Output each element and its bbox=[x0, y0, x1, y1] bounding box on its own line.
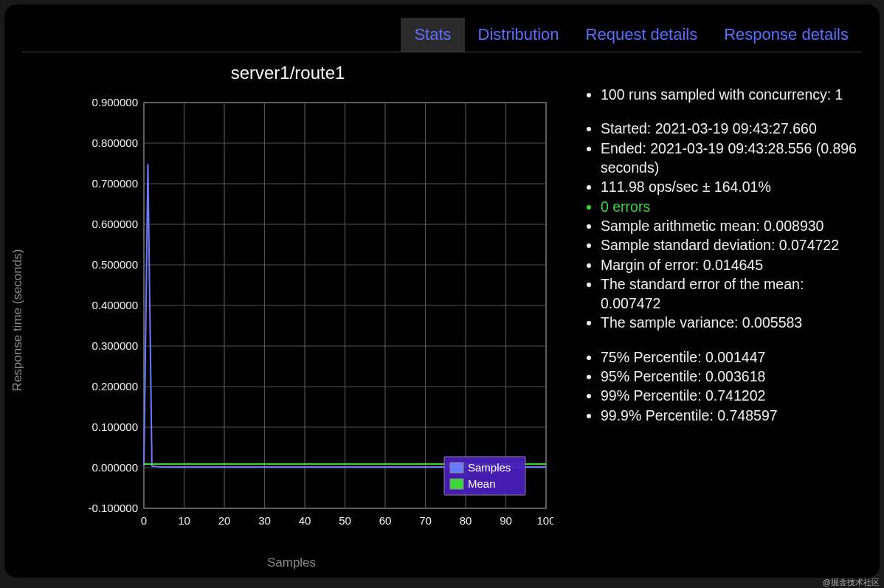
stat-ops: 111.98 ops/sec ± 164.01% bbox=[601, 177, 862, 196]
svg-text:40: 40 bbox=[299, 514, 311, 527]
svg-text:0.600000: 0.600000 bbox=[91, 218, 138, 230]
svg-text:50: 50 bbox=[339, 514, 351, 527]
stat-variance: The sample variance: 0.005583 bbox=[601, 313, 862, 332]
spacer bbox=[601, 333, 862, 347]
chart-title: server1/route1 bbox=[22, 63, 553, 83]
svg-text:100: 100 bbox=[536, 514, 553, 527]
legend: Samples Mean bbox=[444, 457, 525, 495]
tab-distribution[interactable]: Distribution bbox=[465, 18, 573, 52]
chart-area: server1/route1 Response time (seconds) -… bbox=[22, 58, 553, 564]
svg-text:80: 80 bbox=[460, 514, 472, 527]
svg-text:20: 20 bbox=[218, 514, 231, 527]
watermark: @掘金技术社区 bbox=[823, 577, 880, 588]
grid bbox=[144, 103, 546, 508]
y-axis-label: Response time (seconds) bbox=[10, 249, 25, 392]
svg-rect-46 bbox=[450, 463, 463, 473]
content-row: server1/route1 Response time (seconds) -… bbox=[22, 58, 862, 564]
stat-sem: The standard error of the mean: 0.007472 bbox=[601, 274, 862, 314]
spacer bbox=[601, 104, 862, 119]
stat-mean: Sample arithmetic mean: 0.008930 bbox=[601, 216, 862, 235]
svg-text:0.700000: 0.700000 bbox=[91, 177, 138, 190]
tab-stats[interactable]: Stats bbox=[401, 18, 464, 52]
stat-p75: 75% Percentile: 0.001447 bbox=[601, 347, 862, 367]
legend-samples-label: Samples bbox=[468, 461, 511, 474]
svg-text:0.200000: 0.200000 bbox=[91, 380, 138, 392]
y-ticks: -0.1000000.0000000.1000000.2000000.30000… bbox=[88, 96, 138, 514]
stat-p95: 95% Percentile: 0.003618 bbox=[601, 367, 862, 386]
svg-text:0.800000: 0.800000 bbox=[91, 136, 138, 149]
tab-request-details[interactable]: Request details bbox=[573, 18, 711, 52]
svg-text:0.100000: 0.100000 bbox=[91, 421, 138, 433]
x-ticks: 0102030405060708090100 bbox=[141, 514, 553, 527]
svg-text:70: 70 bbox=[419, 514, 432, 527]
stat-stddev: Sample standard deviation: 0.074722 bbox=[601, 235, 862, 255]
svg-text:0.000000: 0.000000 bbox=[91, 461, 138, 474]
stat-p99: 99% Percentile: 0.741202 bbox=[601, 386, 862, 405]
svg-rect-47 bbox=[450, 479, 463, 489]
stats-list: 100 runs sampled with concurrency: 1 Sta… bbox=[553, 58, 862, 425]
svg-text:0.900000: 0.900000 bbox=[91, 96, 138, 108]
svg-text:0: 0 bbox=[141, 514, 147, 527]
svg-text:0.400000: 0.400000 bbox=[91, 299, 138, 311]
stat-ended: Ended: 2021-03-19 09:43:28.556 (0.896 se… bbox=[601, 139, 862, 178]
svg-text:-0.100000: -0.100000 bbox=[88, 502, 138, 514]
svg-text:60: 60 bbox=[379, 514, 392, 527]
svg-text:0.300000: 0.300000 bbox=[91, 339, 138, 352]
svg-text:90: 90 bbox=[500, 514, 512, 527]
main-panel: Stats Distribution Request details Respo… bbox=[4, 4, 880, 578]
x-axis-label: Samples bbox=[267, 556, 316, 570]
plot-holder: Response time (seconds) -0.1000000.00000… bbox=[30, 95, 553, 545]
stat-moe: Margin of error: 0.014645 bbox=[601, 255, 862, 274]
stat-p999: 99.9% Percentile: 0.748597 bbox=[601, 406, 862, 425]
svg-text:30: 30 bbox=[258, 514, 271, 527]
tab-bar: Stats Distribution Request details Respo… bbox=[22, 18, 862, 52]
stat-started: Started: 2021-03-19 09:43:27.660 bbox=[601, 119, 862, 138]
line-chart: -0.1000000.0000000.1000000.2000000.30000… bbox=[30, 95, 553, 545]
stat-runs: 100 runs sampled with concurrency: 1 bbox=[601, 85, 862, 104]
svg-text:10: 10 bbox=[178, 514, 190, 527]
stat-errors: 0 errors bbox=[601, 197, 862, 216]
svg-text:0.500000: 0.500000 bbox=[91, 258, 138, 271]
tab-response-details[interactable]: Response details bbox=[711, 18, 862, 52]
legend-mean-label: Mean bbox=[468, 477, 496, 490]
